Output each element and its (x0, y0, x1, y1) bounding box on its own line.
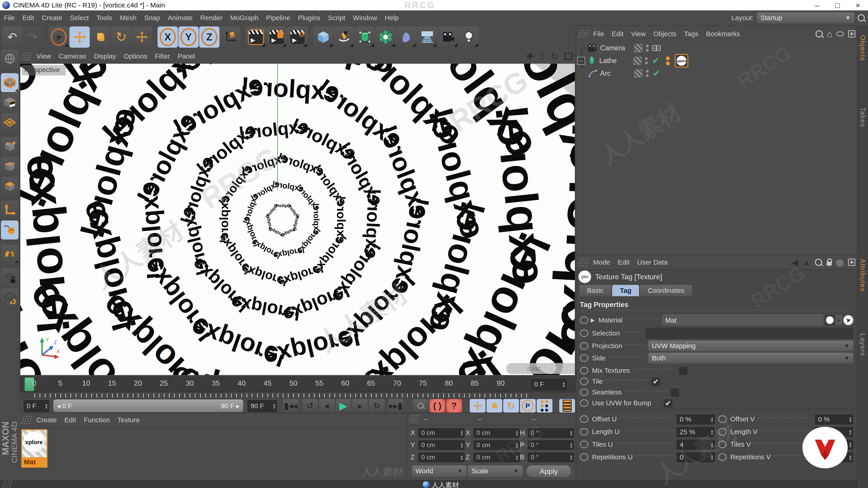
timeline-ruler[interactable]: 051015202530354045505560657075808590 0 F… (20, 376, 576, 392)
side-tab-objects[interactable]: Objects (859, 35, 867, 61)
viewport-zoom-icon[interactable]: ↕ (540, 51, 545, 62)
coordinate-mode-dropdown[interactable]: Scale▼ (468, 465, 523, 477)
menu-item-cameras[interactable]: Cameras (55, 53, 90, 60)
key-position-button[interactable] (469, 399, 486, 413)
home-icon[interactable]: ⌂ (827, 29, 832, 39)
layout-dropdown[interactable]: Startup ▼ (757, 12, 855, 23)
enabled-check-icon[interactable]: ✔ (651, 56, 660, 66)
path-filter-icon[interactable] (836, 31, 844, 36)
convert-object-button[interactable] (1, 49, 19, 68)
menu-item-function[interactable]: Function (80, 416, 114, 424)
keyframe-dot[interactable] (580, 428, 588, 435)
points-mode-button[interactable] (1, 137, 19, 156)
menu-item-filter[interactable]: Filter (151, 53, 174, 60)
position-field-Z[interactable]: 0 cm ▴▾ (418, 452, 465, 462)
menu-item-tags[interactable]: Tags (680, 30, 702, 38)
keyframe-selection-dots-button[interactable] (536, 399, 553, 413)
menu-item-plugins[interactable]: Plugins (294, 14, 324, 22)
menu-item-script[interactable]: Script (324, 14, 349, 22)
side-tab-layers[interactable]: Layers (859, 333, 867, 356)
scale-tool[interactable] (90, 26, 111, 48)
rotate-tool[interactable]: ↻ (111, 26, 131, 48)
menu-item-edit[interactable]: Edit (19, 14, 38, 22)
keyframe-dot[interactable] (580, 316, 588, 324)
menu-item-select[interactable]: Select (66, 14, 92, 22)
menu-item-edit[interactable]: Edit (608, 30, 627, 38)
tab-coordinates[interactable]: Coordinates (640, 285, 692, 296)
menu-item-user-data[interactable]: User Data (633, 258, 672, 266)
material-picker-button[interactable]: ➤ (842, 314, 855, 326)
menu-item-create[interactable]: Create (33, 416, 61, 424)
current-frame-spinner[interactable]: 0 F ▴▾ (531, 378, 567, 390)
panel-grip[interactable] (577, 258, 590, 267)
menu-item-render[interactable]: Render (196, 14, 226, 22)
menu-item-mode[interactable]: Mode (589, 258, 614, 266)
menu-item-snap[interactable]: Snap (141, 14, 164, 22)
enabled-check-icon[interactable]: ✔ (652, 69, 661, 78)
length-u-spinner[interactable]: 25 % ▴▾ (677, 426, 715, 437)
menu-item-view[interactable]: View (627, 30, 649, 38)
keyframe-selection-button[interactable]: ? (446, 399, 462, 413)
edges-mode-button[interactable] (1, 157, 19, 176)
menu-item-edit[interactable]: Edit (614, 258, 633, 266)
keyframe-dot[interactable] (718, 428, 727, 435)
keyframe-dot[interactable] (580, 367, 588, 375)
expand-arrow-icon[interactable]: ▶ (591, 317, 595, 323)
lock-icon[interactable] (827, 262, 832, 266)
side-dropdown[interactable]: Both▼ (648, 353, 853, 363)
panel-grip[interactable] (577, 29, 590, 38)
search-icon[interactable] (815, 259, 822, 266)
pen-spline-button[interactable] (334, 26, 354, 48)
visibility-dots[interactable] (646, 70, 649, 77)
menu-item-edit[interactable]: Edit (61, 416, 80, 424)
menu-item-help[interactable]: Help (381, 14, 403, 22)
checkbox[interactable] (671, 388, 679, 397)
material-field[interactable]: Mat (662, 315, 824, 326)
next-key-button[interactable]: ↻ (369, 399, 385, 413)
range-start-spinner[interactable]: 0 F ▴▾ (24, 399, 50, 412)
scale-field-Z[interactable]: 0 cm ▴▾ (473, 452, 520, 462)
expand-toggle[interactable]: − (577, 57, 585, 65)
projection-dropdown[interactable]: UVW Mapping▼ (648, 340, 853, 351)
next-frame-button[interactable]: ▸ (352, 399, 368, 413)
lathe-generator-button[interactable] (355, 26, 375, 48)
repetitions-u-spinner[interactable]: 0 ▴▾ (677, 452, 715, 462)
panel-grip[interactable] (408, 415, 421, 424)
offset-v-spinner[interactable]: 0 % ▴▾ (815, 414, 853, 424)
previous-frame-button[interactable]: ◂ (318, 399, 335, 413)
texture-tag-icon[interactable]: xplore (675, 54, 688, 68)
viewport-label[interactable]: Perspective (22, 65, 66, 75)
timeline-window-button[interactable] (559, 399, 575, 413)
side-tab-takes[interactable]: Takes (859, 107, 867, 127)
menu-item-texture[interactable]: Texture (114, 416, 144, 424)
viewport-maximize-icon[interactable] (564, 53, 572, 60)
menu-item-tools[interactable]: Tools (92, 14, 116, 22)
position-field-X[interactable]: 0 cm ▴▾ (418, 427, 465, 438)
record-keyframe-button[interactable] (412, 399, 429, 413)
layer-swatch[interactable] (634, 44, 643, 53)
deformer-bend-button[interactable] (396, 26, 416, 48)
panel-grip[interactable] (20, 52, 33, 61)
model-mode-button[interactable] (1, 73, 19, 92)
maximize-button[interactable]: □ (827, 0, 848, 10)
object-label-arc[interactable]: Arc (600, 69, 634, 77)
panel-grip[interactable] (0, 480, 13, 488)
keyframe-dot[interactable] (580, 354, 588, 362)
minimize-button[interactable]: – (807, 0, 827, 10)
object-row-arc[interactable]: Arc ✔ (576, 67, 858, 80)
menu-item-mesh[interactable]: Mesh (116, 14, 141, 22)
add-panel-icon[interactable] (848, 30, 855, 37)
render-view-button[interactable] (246, 26, 266, 48)
workplane-align-button[interactable] (1, 288, 19, 307)
cursor-arrow-icon[interactable]: ▲ (803, 258, 810, 267)
rotation-field-B[interactable]: 0 ° ▴▾ (528, 452, 574, 462)
keyframe-dot[interactable] (580, 329, 588, 337)
keyframe-dot[interactable] (580, 378, 588, 385)
material-tile[interactable]: xplore Mat (21, 429, 48, 468)
menu-item-display[interactable]: Display (90, 53, 120, 60)
coordinate-system-button[interactable] (220, 26, 240, 48)
menu-item-bookmarks[interactable]: Bookmarks (702, 30, 744, 38)
light-button[interactable] (459, 26, 479, 48)
keyframe-dot[interactable] (580, 415, 588, 423)
axis-mode-button[interactable] (1, 201, 19, 220)
